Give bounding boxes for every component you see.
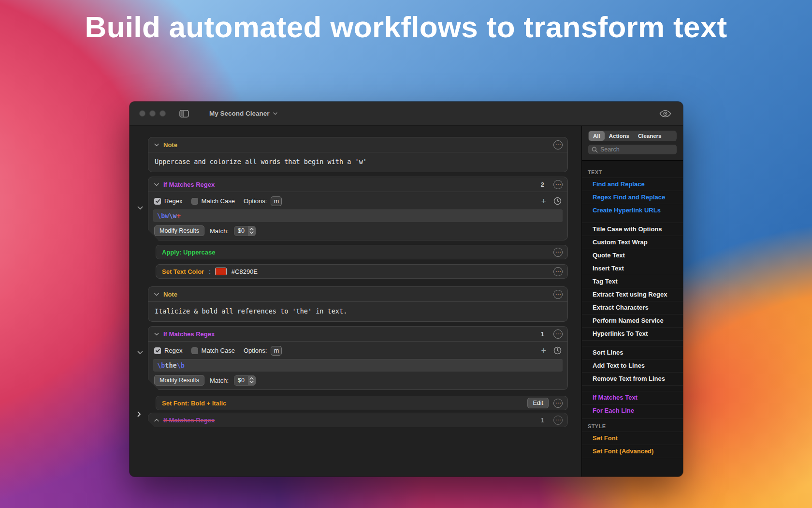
set-font-step[interactable]: Set Font: Bold + Italic Edit ⋯ — [156, 396, 568, 410]
minimize-button[interactable] — [149, 110, 156, 117]
note-text[interactable]: Italicize & bold all references to 'the'… — [148, 301, 567, 321]
actions-sidebar: AllActionsCleaners TEXTFind and ReplaceR… — [581, 126, 683, 477]
sidebar-item[interactable]: Custom Text Wrap — [582, 236, 683, 249]
sidebar-item[interactable]: Insert Text — [582, 262, 683, 275]
sidebar-gap — [582, 458, 683, 463]
if-matches-regex-step-disabled[interactable]: If Matches Regex 1 ⋯ — [148, 413, 568, 427]
regex-options-button[interactable]: m — [271, 346, 282, 356]
match-case-checkbox[interactable] — [191, 198, 198, 205]
sidebar-item[interactable]: Quote Text — [582, 249, 683, 262]
sidebar-item[interactable]: If Matches Text — [582, 391, 683, 404]
add-icon[interactable]: + — [541, 347, 546, 354]
sidebar-item[interactable]: Find and Replace — [582, 178, 683, 191]
if-matches-regex-step: If Matches Regex 1 ⋯ Regex Match Case Op… — [148, 326, 568, 390]
regex-checkbox[interactable] — [154, 347, 161, 354]
sidebar-item[interactable]: Extract Characters — [582, 301, 683, 314]
workflow-canvas: Note ⋯ Uppercase and colorize all words … — [130, 126, 581, 477]
note-step: Note ⋯ Italicize & bold all references t… — [148, 286, 568, 322]
step-title: Note — [163, 291, 177, 298]
match-label: Match: — [210, 227, 229, 235]
more-options-icon[interactable]: ⋯ — [553, 290, 563, 299]
color-swatch[interactable] — [215, 268, 227, 275]
sidebar-item[interactable]: Set Font (Advanced) — [582, 445, 683, 458]
sidebar-item[interactable]: Extract Text using Regex — [582, 288, 683, 301]
step-title: Set Font: Bold + Italic — [162, 400, 226, 407]
sidebar-gap — [582, 385, 683, 391]
stepper-arrows-icon[interactable] — [248, 376, 255, 385]
regex-token: \b — [177, 361, 185, 369]
search-icon — [592, 147, 598, 153]
chevron-down-icon — [154, 332, 159, 336]
more-options-icon[interactable]: ⋯ — [553, 180, 563, 189]
more-options-icon[interactable]: ⋯ — [553, 329, 563, 339]
app-window: My Second Cleaner Note ⋯ — [130, 102, 683, 477]
note-text[interactable]: Uppercase and colorize all words that be… — [148, 152, 567, 172]
note-step-header[interactable]: Note ⋯ — [148, 287, 567, 301]
sidebar-item[interactable]: Hyperlinks To Text — [582, 327, 683, 340]
add-icon[interactable]: + — [541, 198, 546, 205]
more-options-icon[interactable]: ⋯ — [553, 416, 563, 425]
regex-step-header[interactable]: If Matches Regex 1 ⋯ — [148, 327, 567, 341]
regex-checkbox-label: Regex — [164, 347, 183, 354]
sidebar-item[interactable]: Add Text to Lines — [582, 359, 683, 372]
sidebar-item[interactable]: For Each Line — [582, 404, 683, 417]
match-case-checkbox[interactable] — [191, 347, 198, 354]
window-title[interactable]: My Second Cleaner — [209, 110, 277, 117]
sidebar-item[interactable]: Title Case with Options — [582, 223, 683, 236]
chevron-up-icon[interactable] — [154, 418, 159, 422]
sidebar-item[interactable]: Create Hyperlink URLs — [582, 204, 683, 217]
chevron-down-icon — [154, 143, 159, 147]
sidebar-item[interactable]: Set Font — [582, 432, 683, 445]
set-text-color-step[interactable]: Set Text Color : #C8290E ⋯ — [156, 264, 568, 279]
more-options-icon[interactable]: ⋯ — [553, 248, 563, 257]
titlebar: My Second Cleaner — [130, 102, 683, 126]
eye-icon[interactable] — [659, 110, 671, 118]
regex-token: \b — [157, 361, 165, 369]
apply-uppercase-step[interactable]: Apply: Uppercase ⋯ — [156, 245, 568, 259]
filter-tab[interactable]: Actions — [605, 131, 634, 141]
window-content: Note ⋯ Uppercase and colorize all words … — [130, 126, 683, 477]
regex-token: the — [165, 361, 176, 369]
search-input[interactable] — [600, 146, 673, 153]
regex-step-header[interactable]: If Matches Regex 2 ⋯ — [148, 177, 567, 192]
edit-button[interactable]: Edit — [527, 398, 549, 408]
chevron-down-icon[interactable] — [137, 203, 143, 212]
sidebar-item[interactable]: Tag Text — [582, 275, 683, 288]
history-clock-icon[interactable] — [553, 346, 562, 355]
sidebar-item[interactable]: Perform Named Service — [582, 314, 683, 327]
match-case-label: Match Case — [202, 347, 235, 354]
regex-checkbox[interactable] — [154, 198, 161, 205]
regex-options-button[interactable]: m — [271, 196, 282, 206]
sidebar-toggle-icon[interactable] — [179, 110, 189, 118]
regex-pattern-input[interactable]: \bthe\b — [153, 359, 563, 372]
chevron-right-icon[interactable] — [137, 410, 141, 419]
more-options-icon[interactable]: ⋯ — [553, 267, 563, 276]
note-step-header[interactable]: Note ⋯ — [148, 137, 567, 152]
stepper-arrows-icon[interactable] — [248, 226, 255, 236]
window-title-text: My Second Cleaner — [209, 110, 270, 117]
zoom-button[interactable] — [160, 110, 166, 117]
regex-pattern-input[interactable]: \bw\w+ — [153, 209, 563, 222]
sidebar-item[interactable]: Sort Lines — [582, 346, 683, 359]
search-field[interactable] — [588, 145, 677, 154]
more-options-icon[interactable]: ⋯ — [553, 140, 563, 149]
sidebar-item[interactable]: Remove Text from Lines — [582, 372, 683, 385]
filter-tab[interactable]: All — [589, 131, 605, 141]
sidebar-header: STYLE — [582, 418, 683, 432]
options-label: Options: — [244, 347, 267, 354]
modify-results-button[interactable]: Modify Results — [154, 225, 204, 236]
sidebar-item[interactable]: Regex Find and Replace — [582, 191, 683, 204]
match-stepper[interactable]: $0 — [234, 226, 256, 236]
history-clock-icon[interactable] — [553, 197, 562, 205]
match-label: Match: — [210, 377, 229, 384]
match-value: $0 — [234, 376, 248, 385]
step-title: Note — [163, 141, 177, 149]
more-options-icon[interactable]: ⋯ — [553, 399, 563, 408]
close-button[interactable] — [139, 110, 145, 117]
match-stepper[interactable]: $0 — [234, 375, 256, 386]
modify-results-button[interactable]: Modify Results — [154, 375, 204, 386]
filter-tab[interactable]: Cleaners — [634, 131, 666, 141]
chevron-down-icon[interactable] — [137, 348, 143, 357]
chevron-down-icon — [273, 112, 277, 115]
hero-title: Build automated workflows to transform t… — [0, 10, 812, 44]
